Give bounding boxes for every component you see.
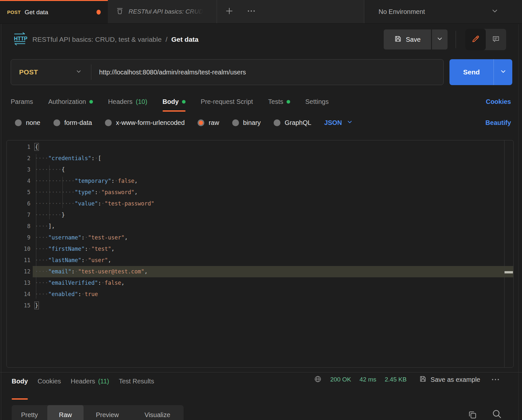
pane-left-edge <box>1 24 1 420</box>
environment-selector[interactable]: No Environment <box>364 0 522 23</box>
edit-documentation-button[interactable] <box>465 29 486 50</box>
radio-binary[interactable] <box>232 119 239 126</box>
request-tab-settings[interactable]: Settings <box>305 92 329 112</box>
code-line[interactable]: 14····"enabled":·true <box>7 289 513 300</box>
whitespace-dots: ···· <box>35 223 48 229</box>
line-number: 7 <box>7 209 33 221</box>
radio-graphql[interactable] <box>274 119 280 126</box>
save-button[interactable]: Save <box>384 29 431 50</box>
code-line[interactable]: 2····"credentials":·[ <box>7 153 513 164</box>
radio-raw[interactable] <box>198 119 204 126</box>
whitespace-dots: ···· <box>35 291 48 297</box>
response-tab-test-results[interactable]: Test Results <box>119 372 154 400</box>
url-input[interactable]: http://localhost:8080/admin/realms/test-… <box>91 69 246 76</box>
body-mode-graphql[interactable]: GraphQL <box>274 119 311 127</box>
code-content: ····"enabled":·true <box>33 289 513 300</box>
view-preview[interactable]: Preview <box>84 405 131 420</box>
response-tab-cookies[interactable]: Cookies <box>38 372 61 400</box>
tab-count: (11) <box>98 378 109 385</box>
method-selector[interactable]: POST <box>11 68 91 76</box>
mode-label: raw <box>209 119 219 127</box>
whitespace-dots: ············ <box>35 200 75 207</box>
add-tab-icon <box>224 6 234 17</box>
token-ws: · <box>88 246 91 252</box>
send-button[interactable]: Send <box>449 59 494 85</box>
code-content: ········} <box>33 209 513 221</box>
copy-response-button[interactable] <box>467 410 478 420</box>
globe-icon[interactable] <box>314 375 322 384</box>
request-tab-pre-request-script[interactable]: Pre-request Script <box>201 92 253 112</box>
code-line[interactable]: 4············"temporary":·false, <box>7 175 513 187</box>
code-line[interactable]: 5············"type":·"password", <box>7 187 513 198</box>
token-ws: · <box>101 200 105 207</box>
whitespace-dots: ············ <box>35 189 75 195</box>
code-line[interactable]: 8····], <box>7 221 513 232</box>
code-line[interactable]: 15} <box>7 300 513 311</box>
beautify-link[interactable]: Beautify <box>485 114 511 131</box>
body-mode-none[interactable]: none <box>15 119 40 127</box>
code-line[interactable]: 11····"lastName":·"user", <box>7 255 513 266</box>
breadcrumb-collection[interactable]: RESTful API basics: CRUD, test & variabl… <box>32 36 162 43</box>
scrollbar-track[interactable] <box>518 24 519 420</box>
editor-scrollbar-track[interactable] <box>504 140 513 367</box>
body-mode-raw[interactable]: raw <box>198 119 219 127</box>
tab-label: Headers <box>108 98 133 105</box>
response-tab-body[interactable]: Body <box>12 372 28 400</box>
code-content: { <box>33 141 513 153</box>
radio-none[interactable] <box>15 119 22 126</box>
response-more-options-button[interactable] <box>491 375 500 384</box>
request-tab-headers[interactable]: Headers(10) <box>108 92 147 112</box>
code-line[interactable]: 13····"emailVerified":·false, <box>7 277 513 289</box>
code-content: ············"value":·"test-password" <box>33 198 513 209</box>
code-line[interactable]: 1{ <box>7 141 513 153</box>
view-pretty[interactable]: Pretty <box>12 405 47 420</box>
code-line[interactable]: 6············"value":·"test-password" <box>7 198 513 209</box>
code-content: ····"email":·"test-user@test.com", <box>33 266 513 277</box>
code-line[interactable]: 10····"firstName":·"test", <box>7 243 513 255</box>
token-str: "test-user@test.com" <box>78 268 144 275</box>
send-options-button[interactable] <box>494 59 512 85</box>
search-icon <box>491 415 502 420</box>
request-tab-tests[interactable]: Tests <box>268 92 290 112</box>
body-mode-selector: noneform-datax-www-form-urlencodedrawbin… <box>15 114 353 131</box>
save-options-button[interactable] <box>432 29 448 50</box>
token-key: "username" <box>48 234 81 241</box>
more-tab-options-button[interactable] <box>242 0 261 23</box>
method-label: POST <box>19 68 38 76</box>
body-mode-binary[interactable]: binary <box>232 119 261 127</box>
search-response-button[interactable] <box>491 408 502 420</box>
save-as-example-button[interactable]: Save as example <box>419 375 480 384</box>
code-line[interactable]: 3········{ <box>7 164 513 175</box>
view-visualize[interactable]: Visualize <box>131 405 184 420</box>
token-punc: , <box>111 246 114 252</box>
code-line[interactable]: 12····"email":·"test-user@test.com", <box>7 266 513 277</box>
view-raw[interactable]: Raw <box>47 405 84 420</box>
code-line[interactable]: 7········} <box>7 209 513 221</box>
request-tab-params[interactable]: Params <box>11 92 33 112</box>
response-size[interactable]: 2.45 KB <box>385 376 407 383</box>
response-tab-headers[interactable]: Headers(11) <box>71 372 109 400</box>
radio-form-data[interactable] <box>53 119 60 126</box>
body-mode-form-data[interactable]: form-data <box>53 119 92 127</box>
add-tab-button[interactable] <box>217 0 242 23</box>
cookies-link[interactable]: Cookies <box>486 92 511 112</box>
token-punc: ], <box>48 223 55 229</box>
body-mode-x-www-form-urlencoded[interactable]: x-www-form-urlencoded <box>105 119 185 127</box>
open-request-tab-collection[interactable]: RESTful API basics: CRUD <box>108 0 217 23</box>
request-tab-authorization[interactable]: Authorization <box>48 92 93 112</box>
request-body-editor[interactable]: 1{2····"credentials":·[3········{4······… <box>6 140 514 368</box>
language-selector[interactable]: JSON <box>324 119 353 127</box>
request-tab-body[interactable]: Body <box>163 92 186 112</box>
token-punc: { <box>35 144 38 150</box>
line-number: 15 <box>7 300 33 311</box>
comments-button[interactable] <box>486 29 506 50</box>
tab-modified-dot <box>287 100 290 104</box>
response-status[interactable]: 200 OK <box>330 376 351 383</box>
radio-x-www-form-urlencoded[interactable] <box>105 119 112 126</box>
open-request-tab-active[interactable]: POST Get data <box>0 0 108 23</box>
breadcrumb-request-name[interactable]: Get data <box>171 36 199 43</box>
code-line[interactable]: 9····"username":·"test-user", <box>7 232 513 243</box>
response-time[interactable]: 42 ms <box>359 376 376 383</box>
tab-modified-dot <box>182 100 186 104</box>
chevron-down-icon <box>436 35 443 44</box>
